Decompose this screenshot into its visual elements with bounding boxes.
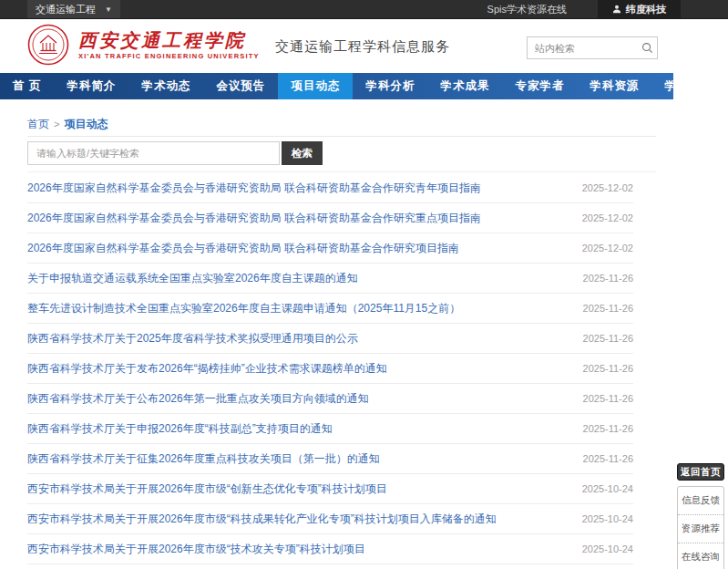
news-list: 2026年度国家自然科学基金委员会与香港研究资助局 联合科研资助基金合作研究青年… bbox=[27, 173, 633, 564]
news-date: 2025-11-26 bbox=[583, 453, 633, 464]
top-bar-right: Spis学术资源在线 纬度科技 bbox=[456, 0, 728, 18]
site-search bbox=[527, 36, 658, 59]
news-date: 2025-11-26 bbox=[583, 363, 633, 374]
news-title-link[interactable]: 2026年度国家自然科学基金委员会与香港研究资助局 联合科研资助基金合作研究青年… bbox=[27, 181, 481, 196]
news-row: 西安市科学技术局关于开展2026年度市级“科技成果转化产业化专项”科技计划项目入… bbox=[27, 504, 633, 534]
news-date: 2025-11-26 bbox=[583, 303, 633, 314]
news-date: 2025-12-02 bbox=[582, 212, 633, 223]
university-logo-icon bbox=[27, 24, 69, 66]
user-icon bbox=[612, 5, 621, 14]
nav-tab[interactable]: 学科简介 bbox=[54, 73, 128, 99]
nav-tab[interactable]: 会议预告 bbox=[203, 73, 278, 99]
nav-tab[interactable]: 学术成果 bbox=[427, 73, 502, 99]
nav-tab[interactable]: 学术动态 bbox=[128, 73, 203, 99]
top-bar: 交通运输工程 ▼ Spis学术资源在线 纬度科技 bbox=[0, 0, 728, 19]
floating-side-panel: 返回首页 信息反馈 资源推荐 在线咨询 bbox=[677, 463, 724, 569]
news-row: 西安市科学技术局关于开展2026年度市级“技术攻关专项”科技计划项目 2025-… bbox=[27, 534, 633, 564]
news-title-link[interactable]: 西安市科学技术局关于开展2026年度市级“创新生态优化专项”科技计划项目 bbox=[27, 481, 387, 497]
news-row: 陕西省科学技术厅关于2025年度省科学技术奖拟受理通用项目的公示 2025-11… bbox=[27, 324, 633, 354]
chevron-down-icon: ▼ bbox=[105, 5, 112, 14]
news-title-link[interactable]: 陕西省科学技术厅关于发布2026年“揭榜挂帅”企业技术需求课题榜单的通知 bbox=[27, 361, 387, 377]
news-date: 2025-10-24 bbox=[582, 483, 633, 494]
news-row: 2026年度国家自然科学基金委员会与香港研究资助局 联合科研资助基金合作研究青年… bbox=[27, 173, 633, 203]
news-date: 2025-10-24 bbox=[582, 513, 633, 524]
site-title: 交通运输工程学科信息服务 bbox=[275, 38, 450, 56]
news-title-link[interactable]: 陕西省科学技术厅关于2025年度省科学技术奖拟受理通用项目的公示 bbox=[27, 331, 358, 347]
news-row: 陕西省科学技术厅关于申报2026年度“科技副总”支持项目的通知 2025-11-… bbox=[27, 414, 633, 444]
university-name: 西安交通工程学院 XI'AN TRAFFIC ENGINEERING UNIVE… bbox=[78, 30, 260, 60]
page: 交通运输工程 ▼ Spis学术资源在线 纬度科技 bbox=[0, 0, 728, 569]
news-date: 2025-12-02 bbox=[582, 182, 633, 193]
nav-tab[interactable]: 专家学者 bbox=[502, 73, 577, 99]
news-row: 西安市科学技术局关于开展2026年度市级“创新生态优化专项”科技计划项目 202… bbox=[27, 474, 633, 504]
university-name-en: XI'AN TRAFFIC ENGINEERING UNIVERSITY bbox=[78, 52, 260, 60]
news-date: 2025-11-26 bbox=[583, 423, 633, 434]
news-title-link[interactable]: 2026年度国家自然科学基金委员会与香港研究资助局 联合科研资助基金合作研究项目… bbox=[27, 241, 459, 256]
nav-tab[interactable]: 学科分析 bbox=[353, 73, 427, 99]
nav-tab[interactable]: 首 页 bbox=[0, 73, 54, 99]
site-dropdown-label: 交通运输工程 bbox=[36, 3, 96, 16]
header: 西安交通工程学院 XI'AN TRAFFIC ENGINEERING UNIVE… bbox=[0, 19, 728, 71]
side-links: 信息反馈 资源推荐 在线咨询 bbox=[677, 486, 724, 569]
news-title-link[interactable]: 陕西省科学技术厅关于公布2026年第一批重点攻关项目方向领域的通知 bbox=[27, 391, 369, 407]
news-date: 2025-11-26 bbox=[583, 333, 633, 344]
news-title-link[interactable]: 陕西省科学技术厅关于申报2026年度“科技副总”支持项目的通知 bbox=[27, 421, 333, 437]
side-link[interactable]: 在线咨询 bbox=[678, 543, 723, 569]
search-button[interactable]: 检索 bbox=[282, 141, 323, 165]
news-title-link[interactable]: 2026年度国家自然科学基金委员会与香港研究资助局 联合科研资助基金合作研究重点… bbox=[27, 211, 481, 226]
news-title-link[interactable]: 陕西省科学技术厅关于征集2026年度重点科技攻关项目（第一批）的通知 bbox=[27, 451, 380, 467]
news-date: 2025-10-24 bbox=[582, 543, 633, 554]
news-title-link[interactable]: 关于申报轨道交通运载系统全国重点实验室2026年度自主课题的通知 bbox=[27, 271, 358, 286]
site-search-input[interactable] bbox=[528, 43, 637, 54]
keyword-input[interactable] bbox=[27, 141, 280, 165]
side-link[interactable]: 资源推荐 bbox=[678, 515, 723, 543]
breadcrumb: 首页>项目动态 bbox=[27, 117, 656, 137]
news-row: 整车先进设计制造技术全国重点实验室2026年度自主课题申请通知（2025年11月… bbox=[27, 294, 633, 324]
news-title-link[interactable]: 西安市科学技术局关于开展2026年度市级“科技成果转化产业化专项”科技计划项目入… bbox=[27, 512, 497, 527]
breadcrumb-current: 项目动态 bbox=[64, 118, 108, 130]
nav-tab[interactable]: 学科期刊 bbox=[651, 73, 726, 99]
user-menu[interactable]: 纬度科技 bbox=[598, 0, 681, 18]
news-date: 2025-12-02 bbox=[582, 243, 633, 253]
news-date: 2025-11-26 bbox=[583, 393, 633, 404]
news-row: 2026年度国家自然科学基金委员会与香港研究资助局 联合科研资助基金合作研究项目… bbox=[27, 233, 633, 264]
news-row: 2026年度国家自然科学基金委员会与香港研究资助局 联合科研资助基金合作研究重点… bbox=[27, 203, 633, 233]
back-home-button[interactable]: 返回首页 bbox=[677, 463, 724, 481]
news-title-link[interactable]: 整车先进设计制造技术全国重点实验室2026年度自主课题申请通知（2025年11月… bbox=[27, 301, 460, 316]
nav-tab[interactable]: 项目动态 bbox=[278, 73, 353, 99]
academic-resource-link[interactable]: Spis学术资源在线 bbox=[456, 0, 598, 18]
news-row: 陕西省科学技术厅关于公布2026年第一批重点攻关项目方向领域的通知 2025-1… bbox=[27, 384, 633, 414]
news-row: 关于申报轨道交通运载系统全国重点实验室2026年度自主课题的通知 2025-11… bbox=[27, 264, 633, 294]
search-icon[interactable] bbox=[637, 42, 657, 54]
news-row: 陕西省科学技术厅关于征集2026年度重点科技攻关项目（第一批）的通知 2025-… bbox=[27, 444, 633, 474]
nav-tab[interactable]: 学科资源 bbox=[577, 73, 651, 99]
main-nav: 首 页 学科简介 学术动态 会议预告 项目动态 学科分析 学术成果 专家学者 学… bbox=[0, 73, 673, 99]
side-link[interactable]: 信息反馈 bbox=[678, 487, 723, 515]
breadcrumb-separator: > bbox=[54, 119, 59, 129]
news-date: 2025-11-26 bbox=[583, 273, 633, 284]
news-title-link[interactable]: 西安市科学技术局关于开展2026年度市级“技术攻关专项”科技计划项目 bbox=[27, 542, 365, 557]
site-dropdown[interactable]: 交通运输工程 ▼ bbox=[27, 0, 120, 18]
breadcrumb-home-link[interactable]: 首页 bbox=[27, 118, 49, 130]
university-brand[interactable]: 西安交通工程学院 XI'AN TRAFFIC ENGINEERING UNIVE… bbox=[27, 24, 260, 66]
news-row: 陕西省科学技术厅关于发布2026年“揭榜挂帅”企业技术需求课题榜单的通知 202… bbox=[27, 354, 633, 384]
keyword-filter: 检索 bbox=[27, 141, 656, 172]
university-name-cn: 西安交通工程学院 bbox=[78, 30, 260, 50]
user-name-label: 纬度科技 bbox=[626, 3, 666, 16]
